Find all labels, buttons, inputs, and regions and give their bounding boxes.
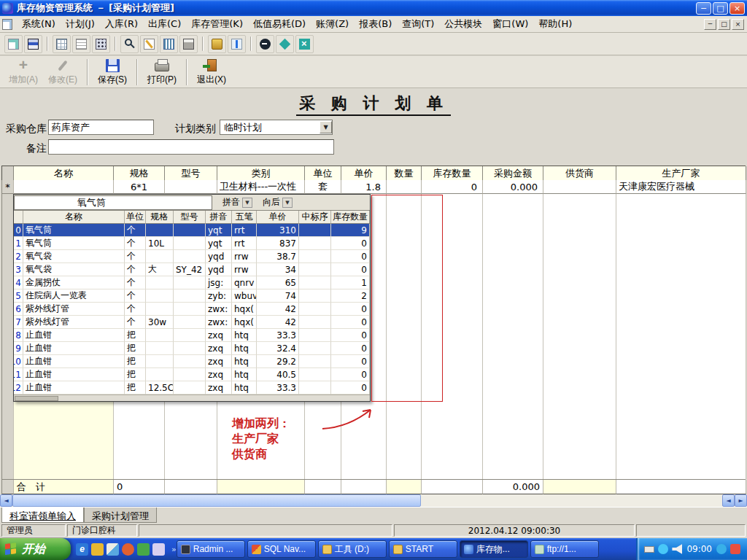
separator[interactable] [186, 59, 187, 85]
column-header[interactable]: 单价 [341, 166, 387, 181]
restore-button[interactable]: □ [713, 2, 728, 15]
column-header[interactable]: 供货商 [543, 166, 616, 181]
match-mode-select[interactable]: 拼音 ▼ [222, 196, 252, 209]
plan-type-select[interactable]: 临时计划 ▼ [220, 120, 333, 135]
list-item[interactable]: 12 止血钳 把 12.5CM zxq htq 33.3 0 [14, 381, 370, 394]
task-ftp[interactable]: ftp://1... [530, 540, 599, 558]
chevron-right-icon[interactable]: » [171, 545, 177, 554]
cell-model[interactable] [165, 180, 217, 194]
column-header[interactable]: 类别 [217, 166, 305, 181]
volume-icon[interactable] [672, 544, 682, 554]
lock-icon[interactable] [208, 35, 226, 53]
add-button[interactable]: 增加(A) [4, 58, 42, 87]
menu-item[interactable]: 入库(R) [100, 15, 143, 33]
scrollbar-thumb[interactable] [12, 494, 421, 507]
minimize-button[interactable]: ─ [696, 2, 711, 15]
antivirus-icon[interactable] [730, 544, 740, 554]
task-inventory-app[interactable]: 库存物... [460, 540, 528, 558]
menu-item[interactable]: 窗口(W) [487, 15, 533, 33]
lookup-column-header[interactable]: 中标序 [299, 211, 331, 224]
cell-stock[interactable]: 0 [422, 180, 483, 194]
lookup-column-header[interactable]: 型号 [174, 211, 206, 224]
scroll-right-icon[interactable]: ► [735, 494, 747, 507]
close-button[interactable]: × [729, 2, 745, 15]
calculator-icon[interactable] [92, 35, 110, 53]
menu-item[interactable]: 账簿(Z) [311, 15, 354, 33]
lookup-column-header[interactable]: 名称 [23, 211, 125, 224]
save-button[interactable]: 保存(S) [93, 58, 131, 87]
column-header[interactable]: 数量 [387, 166, 422, 181]
lookup-column-header[interactable]: 规格 [146, 211, 174, 224]
new-icon[interactable] [4, 35, 23, 53]
keyboard-icon[interactable] [644, 546, 654, 553]
column-header[interactable]: 名称 [14, 166, 114, 181]
column-header[interactable]: 型号 [165, 166, 217, 181]
mdi-close-button[interactable]: × [732, 19, 744, 30]
chevron-down-icon[interactable]: ▼ [282, 198, 293, 208]
list-item[interactable]: 2 氧气袋 个 yqd rrw 38.7 0 [14, 250, 370, 263]
cell-unit[interactable]: 套 [305, 180, 341, 194]
print-icon[interactable] [179, 35, 198, 53]
column-header[interactable]: 库存数量 [422, 166, 483, 181]
ie-icon[interactable]: e [76, 543, 88, 556]
tab-purchase-plan[interactable]: 采购计划管理 [84, 508, 157, 523]
close-box-icon[interactable] [295, 35, 314, 53]
list-item[interactable]: 3 氧气袋 个 大 SY_42 yqd rrw 34 0 [14, 263, 370, 276]
cell-supplier[interactable] [543, 180, 616, 194]
list-item[interactable]: 8 止血钳 把 zxq htq 33.3 0 [14, 329, 370, 342]
separator[interactable] [47, 36, 48, 51]
task-radmin[interactable]: Radmin ... [177, 540, 245, 558]
lookup-column-header[interactable]: 库存数量 [331, 211, 370, 224]
edit-icon[interactable] [140, 35, 158, 53]
list-item[interactable]: 10 止血钳 把 zxq htq 29.2 0 [14, 355, 370, 368]
cell-qty[interactable] [387, 180, 422, 194]
lookup-hscroll-thumb[interactable] [15, 396, 58, 401]
explorer-icon[interactable] [152, 543, 165, 556]
mdi-restore-button[interactable]: □ [718, 19, 730, 30]
print-button[interactable]: 打印(P) [143, 58, 181, 87]
separator[interactable] [115, 36, 116, 51]
exit-button[interactable]: 退出(X) [193, 58, 231, 87]
list-item[interactable]: 4 金属拐仗 个 jsg: qnrv 65 1 [14, 276, 370, 289]
separator[interactable] [250, 36, 252, 51]
menu-item[interactable]: 公共模块 [439, 15, 487, 33]
menu-item[interactable]: 出库(C) [143, 15, 186, 33]
show-desktop-icon[interactable] [107, 543, 119, 556]
column-header[interactable]: 规格 [114, 166, 165, 181]
msn-icon[interactable] [137, 543, 150, 556]
list-item[interactable]: 7 紫外线灯管 个 30w zwx: hqx( 42 0 [14, 316, 370, 329]
menu-item[interactable]: 帮助(H) [533, 15, 577, 33]
separator[interactable] [202, 36, 204, 51]
menu-item[interactable]: 低值易耗(D) [248, 15, 311, 33]
column-header[interactable]: 采购金额 [483, 166, 543, 181]
direction-select[interactable]: 向后 ▼ [263, 196, 293, 209]
media-player-icon[interactable] [122, 543, 134, 556]
network-icon[interactable] [658, 544, 668, 554]
scroll-left-icon[interactable]: ◄ [722, 494, 735, 507]
chevron-down-icon[interactable]: ▼ [242, 198, 252, 208]
task-tools-drive[interactable]: 工具 (D:) [318, 540, 387, 558]
modify-button[interactable]: 修改(E) [44, 58, 82, 87]
cell-category[interactable]: 卫生材料---一次性 [217, 180, 305, 194]
eject-icon[interactable] [256, 35, 274, 53]
start-button[interactable]: 开始 [0, 538, 71, 560]
menu-item[interactable]: 计划(J) [61, 15, 100, 33]
ok-icon[interactable] [276, 35, 294, 53]
cell-name[interactable] [14, 180, 114, 194]
list-item[interactable]: 0 氧气筒 个 yqt rrt 310 9 [14, 224, 370, 237]
task-sql-nav[interactable]: SQL Nav... [247, 540, 316, 558]
warehouse-input[interactable]: 药库资产 [48, 120, 154, 135]
lookup-column-header[interactable]: 单价 [257, 211, 299, 224]
search-icon[interactable] [120, 35, 139, 53]
chevron-down-icon[interactable]: ▼ [320, 121, 332, 133]
task-start-folder[interactable]: START [389, 540, 457, 558]
save-icon[interactable] [24, 35, 42, 53]
messenger-icon[interactable] [716, 544, 727, 554]
table-icon[interactable] [53, 35, 71, 53]
separator[interactable] [136, 59, 138, 85]
separator[interactable] [87, 59, 88, 85]
remark-input[interactable] [48, 139, 334, 155]
lookup-column-header[interactable]: 拼音 [206, 211, 232, 224]
mdi-minimize-button[interactable]: ─ [704, 19, 716, 30]
list-item[interactable]: 1 氧气筒 个 10L yqt rrt 837 0 [14, 237, 370, 250]
